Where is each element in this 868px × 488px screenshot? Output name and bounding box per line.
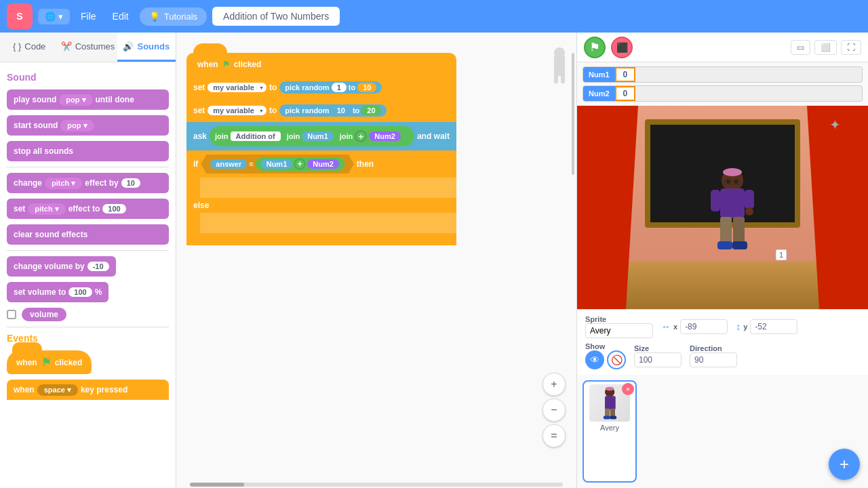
addition-of-str: Addition of: [231, 131, 281, 141]
show-eye-button[interactable]: 👁: [585, 350, 604, 369]
show-label: Show: [585, 342, 626, 350]
direction-input[interactable]: [690, 352, 737, 367]
edit-menu[interactable]: Edit: [107, 8, 134, 24]
file-menu[interactable]: File: [75, 8, 102, 24]
x-arrow-icon: ↔: [661, 321, 671, 332]
svg-rect-8: [720, 188, 745, 218]
join-num1[interactable]: join Num1 join + Num2: [283, 127, 409, 145]
play-sound-until-done-block[interactable]: play sound pop ▾ until done: [7, 89, 169, 110]
svg-point-16: [726, 180, 730, 184]
scratch-logo[interactable]: S: [7, 3, 33, 29]
stage-canvas: ✦: [577, 106, 868, 309]
bottom-scrollbar[interactable]: [190, 483, 563, 487]
zoom-in-button[interactable]: +: [542, 373, 566, 396]
pitch-dropdown[interactable]: pitch ▾: [45, 178, 82, 189]
zoom-out-button[interactable]: −: [542, 399, 566, 422]
pick-random2[interactable]: pick random 10 to 20: [279, 104, 386, 117]
pitch-to-input[interactable]: 100: [102, 204, 125, 214]
rand-min2[interactable]: 10: [332, 106, 351, 115]
flag-icon-block: ⚑: [41, 356, 51, 369]
sprite-name-input[interactable]: [585, 323, 653, 338]
set-volume-block[interactable]: set volume to 100 %: [7, 282, 108, 302]
var2-dropdown[interactable]: my variable: [208, 106, 267, 115]
num1-monitor: Num1 0: [583, 66, 863, 83]
hide-eye-button[interactable]: 🚫: [607, 350, 626, 369]
volume-reporter-row: volume: [7, 308, 169, 321]
change-pitch-effect-block[interactable]: change pitch ▾ effect by 10: [7, 173, 169, 193]
join-outer[interactable]: join Addition of join Num1 join + Num2: [210, 126, 414, 146]
direction-group: Direction: [690, 344, 737, 367]
if-top[interactable]: if answer = Num1 + Num2 then: [186, 150, 456, 178]
zoom-reset-button[interactable]: =: [542, 424, 566, 447]
canvas-area[interactable]: when ⚑ clicked set my variable to pick r…: [176, 33, 576, 488]
avery-sprite: [705, 167, 760, 262]
svg-rect-27: [610, 415, 616, 419]
stage-small-button[interactable]: ▭: [791, 40, 810, 55]
topbar: S 🌐 ▾ File Edit 💡 Tutorials Addition of …: [0, 0, 868, 33]
num2-monitor-label: Num2: [583, 86, 615, 101]
volume-checkbox[interactable]: [7, 310, 16, 319]
stage-fullscreen-button[interactable]: ⛶: [841, 40, 861, 55]
rand-max1[interactable]: 10: [357, 83, 376, 92]
pitch-dropdown2[interactable]: pitch ▾: [28, 203, 65, 215]
join-plus[interactable]: join + Num2: [336, 129, 405, 144]
stop-button[interactable]: ⬛: [611, 37, 633, 58]
dropdown-arrow2: ▾: [83, 121, 87, 130]
var1-dropdown[interactable]: my variable: [208, 83, 267, 92]
set-pitch-effect-block[interactable]: set pitch ▾ effect to 100: [7, 199, 169, 219]
answer-oval: answer: [210, 159, 247, 169]
tab-sounds[interactable]: 🔊 Sounds: [117, 33, 176, 62]
stage-normal-button[interactable]: ⬜: [814, 40, 837, 55]
key-dropdown[interactable]: space ▾: [37, 384, 78, 396]
star-icon: ✦: [829, 117, 841, 133]
set-var2-block[interactable]: set my variable to pick random 10 to 20: [186, 99, 456, 122]
pick-random1[interactable]: pick random 1 to 10: [279, 81, 382, 94]
y-input[interactable]: [750, 319, 797, 334]
y-coord-group: ↕ y: [736, 319, 797, 334]
start-sound-block[interactable]: start sound pop ▾: [7, 115, 169, 136]
ask-block[interactable]: ask join Addition of join Num1 join + Nu…: [186, 122, 456, 150]
svg-point-22: [605, 386, 614, 390]
if-end: [186, 233, 456, 245]
add-sprite-button[interactable]: +: [829, 449, 860, 480]
rand-min1[interactable]: 1: [332, 83, 347, 92]
sound-dropdown-start[interactable]: pop ▾: [60, 120, 94, 131]
divider1: [7, 167, 169, 167]
plus2-circle: +: [294, 159, 305, 169]
sound-dropdown-play[interactable]: pop ▾: [59, 94, 92, 106]
scroll-handle[interactable]: [572, 53, 574, 175]
rand-max2[interactable]: 20: [361, 106, 380, 115]
x-input[interactable]: [680, 319, 728, 334]
sprite-name-group: Sprite: [585, 315, 653, 338]
avery-sprite-thumbnail[interactable]: × Avery: [583, 380, 637, 483]
green-flag-button[interactable]: ⚑: [584, 37, 606, 58]
when-flag-clicked-block[interactable]: when ⚑ clicked: [7, 350, 92, 374]
tab-costumes[interactable]: ✂️ Costumes: [58, 33, 117, 62]
clear-sound-effects-block[interactable]: clear sound effects: [7, 224, 169, 245]
num1-plus-num2: Num1 + Num2: [256, 157, 344, 171]
size-input[interactable]: [634, 352, 682, 367]
set-var1-block[interactable]: set my variable to pick random 1 to 10: [186, 76, 456, 99]
when-key-pressed-block[interactable]: when space ▾ key pressed: [7, 380, 169, 400]
globe-button[interactable]: 🌐 ▾: [38, 9, 70, 24]
sprite-label: Sprite: [585, 315, 653, 323]
stop-all-sounds-block[interactable]: stop all sounds: [7, 141, 169, 161]
volume-reporter[interactable]: volume: [22, 308, 66, 321]
svg-rect-23: [605, 396, 616, 409]
x-coord-group: ↔ x: [661, 319, 728, 334]
y-arrow-icon: ↕: [736, 321, 741, 332]
project-title-input[interactable]: Addition of Two Numbers: [212, 7, 340, 26]
right-panel: ⚑ ⬛ ▭ ⬜ ⛶ Num1 0 Num2 0: [576, 33, 868, 488]
volume-by-input[interactable]: -10: [87, 262, 109, 271]
delete-sprite-button[interactable]: ×: [622, 383, 634, 395]
svg-point-7: [723, 168, 742, 176]
change-volume-block[interactable]: change volume by -10: [7, 256, 116, 277]
when-clicked-hat[interactable]: when ⚑ clicked: [186, 53, 456, 76]
tutorials-button[interactable]: 💡 Tutorials: [140, 7, 207, 26]
volume-to-input[interactable]: 100: [68, 287, 92, 297]
tab-code[interactable]: { } Code: [0, 33, 58, 62]
pitch-by-input[interactable]: 10: [121, 178, 140, 188]
editor-tabs: { } Code ✂️ Costumes 🔊 Sounds: [0, 33, 176, 62]
plus-oval: +: [355, 130, 367, 142]
num2-var-oval: Num2: [369, 131, 401, 141]
